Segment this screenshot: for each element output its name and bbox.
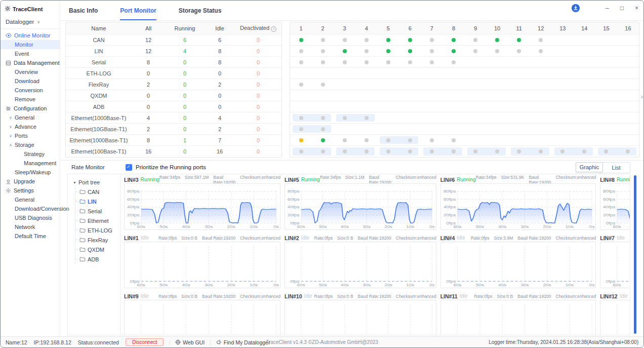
sidebar-item-upgrade[interactable]: Upgrade [1,177,60,186]
chart-port-name: LIN#9 [124,293,139,299]
port-status-cell [399,34,421,45]
status-dot-yellow [299,138,303,142]
sidebar-item-default-time[interactable]: Default Time [1,231,60,241]
maximize-button[interactable]: □ [620,5,624,11]
sidebar-item-sleep-wakeup[interactable]: Sleep/Wakeup [1,168,60,177]
port-status-cell [355,90,377,101]
chart-port-name: LIN#3 [124,177,139,183]
port-status-cell [552,34,574,45]
tab-basic-info[interactable]: Basic Info [69,1,98,20]
port-status-cell [334,101,355,112]
sidebar-item-strategy[interactable]: Strategy [1,149,60,159]
sidebar-item-configuration[interactable]: Configuration [1,104,60,113]
download-manager-icon[interactable] [571,4,580,13]
tree-item-ethernet[interactable]: Ethernet [75,216,120,225]
tab-port-monitor[interactable]: Port Monitor [120,1,156,20]
port-status-cell [290,79,312,90]
port-status-cell [465,135,487,145]
sidebar-item-monitor[interactable]: Monitor [1,40,60,49]
svg-text:40fps: 40fps [444,205,456,209]
sidebar-item-download-conversion[interactable]: Download/Conversion [1,204,60,213]
prioritize-checkbox[interactable] [126,164,132,171]
rate-chart-lin-11: LIN#11IdleRate:0fpsSize:0 BBaud Rate:192… [440,292,596,335]
sidebar-item-data-management[interactable]: Data Management [1,58,60,67]
chart-stats: Rate:0fpsSize:0 BBaud Rate:19200Checksum… [314,294,436,299]
sidebar-item-network[interactable]: Network [1,222,60,231]
port-column-12: 12 [530,22,552,34]
status-dot-gray [365,49,369,53]
svg-text:30s: 30s [205,283,213,287]
folder-icon [79,257,86,261]
sidebar-item-label: Overview [15,69,38,75]
chevron-right-icon[interactable]: › [641,93,643,100]
web-gui-button[interactable]: Web GUI [175,339,205,345]
port-status-cell [574,124,595,134]
port-status-cell [574,34,595,45]
svg-text:30s: 30s [363,282,371,287]
chart-stats: Rate:0fpsSize:0 BBaud Rate:19200Checksum… [474,294,596,299]
sidebar-item-label: Strategy [24,151,45,157]
port-status-cell [574,57,595,67]
sidebar-item-general[interactable]: General [1,195,60,204]
sidebar-item-usb-diagnosis[interactable]: USB Diagnosis [1,213,60,222]
sidebar-item-general[interactable]: ∨General [1,113,60,122]
view-toggle: GraphicList [576,162,630,173]
tree-item-flexray[interactable]: FlexRay [75,235,120,245]
port-status-cell [442,57,464,67]
tree-item-serial[interactable]: Serial [75,206,120,216]
sidebar-item-storage[interactable]: ∧Storage [1,140,60,149]
port-status-cell [355,79,377,90]
device-name: Name:12 [6,339,27,345]
sidebar-item-overview[interactable]: Overview [1,67,60,76]
status-dot-green [408,49,412,53]
sidebar-item-online-monitor[interactable]: Online Monitor [1,31,60,40]
port-column-8: 8 [442,22,464,34]
cell-all: 0 [132,70,165,76]
view-graphic-button[interactable]: Graphic [576,162,603,172]
sidebar-item-settings[interactable]: Settings [1,186,60,195]
status-dot-gray [299,127,303,131]
tree-item-adb[interactable]: ADB [75,254,120,264]
tree-item-can[interactable]: CAN [75,187,120,197]
cell-all: 2 [132,126,165,132]
port-tree-root[interactable]: ▼ Port tree [73,179,120,185]
sidebar-item-advance[interactable]: ∨Advance [1,122,60,131]
cell-all: 8 [132,137,165,143]
status-dot-gray [626,149,630,153]
chart-port-status: Idle [620,293,628,299]
port-status-cell [421,34,442,45]
find-datalogger-button[interactable]: Find My Datalogger [216,339,270,345]
charts-scrollbar[interactable] [634,175,636,334]
tree-item-eth-log[interactable]: ETH-LOG [75,225,120,235]
tab-bar: Basic InfoPort MonitorStorage Status – □… [61,1,643,21]
device-selector[interactable]: Datalogger ∨ [1,16,60,29]
chart-port-name: LIN#1 [124,235,139,241]
port-status-cell [377,90,399,101]
sidebar-item-remove[interactable]: Remove [1,95,60,104]
sidebar-item-event[interactable]: Event [1,49,60,58]
port-status-cell [377,34,399,45]
sidebar-item-download[interactable]: Download [1,76,60,86]
table-row-adb: ADB0000 [66,101,281,112]
port-status-cell [377,146,399,157]
rate-chart-lin-8: LIN#8RunningRate:34fpsSize:170.7KBaud Ra… [600,176,630,231]
view-list-button[interactable]: List [602,163,630,173]
help-icon[interactable]: ? [271,26,276,32]
tree-item-lin[interactable]: LIN [75,197,120,206]
chart-header: LIN#4IdleRate:0fpsSize:3.9MBaud Rate:192… [440,234,596,242]
tab-storage-status[interactable]: Storage Status [179,1,222,20]
disconnect-button[interactable]: Disconnect [126,338,164,346]
port-status-cell [442,68,464,79]
sidebar-item-ports[interactable]: ∨Ports [1,131,60,140]
cell-deactivated: 0 [235,104,281,110]
port-status-cell [595,146,617,157]
close-button[interactable]: × [635,5,638,11]
minimize-button[interactable]: – [606,5,609,11]
cell-running: 4 [165,48,205,54]
port-status-cell [508,46,530,56]
sidebar-item-conversion[interactable]: Conversion [1,86,60,95]
tree-item-qxdm[interactable]: QXDM [75,245,120,254]
port-status-cell [465,146,487,157]
port-status-cell [552,79,574,90]
sidebar-item-management[interactable]: Management [1,159,60,168]
